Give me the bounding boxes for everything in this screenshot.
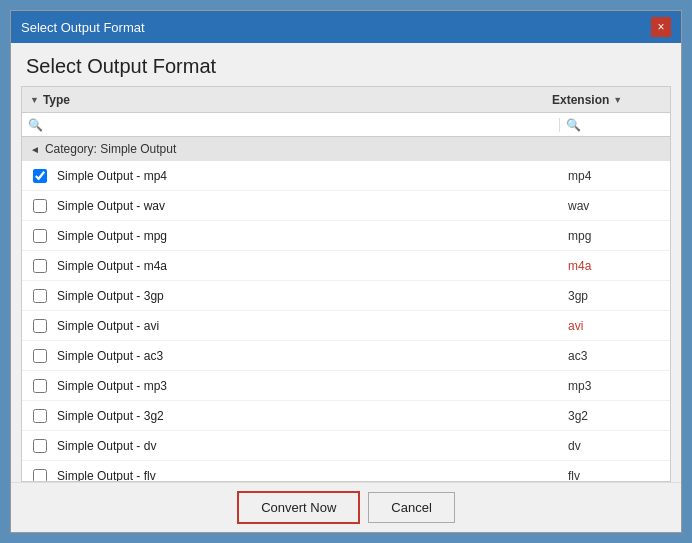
row-checkbox[interactable] [33, 259, 47, 273]
search-row: 🔍 🔍 [22, 113, 670, 137]
row-check-cell [22, 259, 57, 273]
title-bar: Select Output Format × [11, 11, 681, 43]
category-collapse-icon[interactable]: ◄ [30, 144, 40, 155]
row-checkbox[interactable] [33, 319, 47, 333]
row-ext-label: flv [560, 469, 670, 482]
row-check-cell [22, 319, 57, 333]
row-type-label: Simple Output - flv [57, 469, 560, 482]
row-ext-label: m4a [560, 259, 670, 273]
table-row: Simple Output - flvflv [22, 461, 670, 481]
row-checkbox[interactable] [33, 349, 47, 363]
format-table: ▼ Type Extension ▼ 🔍 🔍 ◄ [21, 86, 671, 482]
row-check-cell [22, 469, 57, 482]
search-ext-input[interactable] [581, 118, 671, 132]
table-row: Simple Output - ac3ac3 [22, 341, 670, 371]
table-row: Simple Output - wavwav [22, 191, 670, 221]
dialog-heading: Select Output Format [11, 43, 681, 86]
row-check-cell [22, 379, 57, 393]
close-button[interactable]: × [651, 17, 671, 37]
row-ext-label: mpg [560, 229, 670, 243]
table-row: Simple Output - m4am4a [22, 251, 670, 281]
search-type-cell: 🔍 [22, 118, 560, 132]
row-type-label: Simple Output - mp3 [57, 379, 560, 393]
row-check-cell [22, 169, 57, 183]
row-type-label: Simple Output - mpg [57, 229, 560, 243]
search-ext-icon: 🔍 [566, 118, 581, 132]
table-row: Simple Output - 3g23g2 [22, 401, 670, 431]
row-check-cell [22, 439, 57, 453]
search-ext-cell: 🔍 [560, 118, 670, 132]
sort-arrow-type: ▼ [30, 95, 39, 105]
col-ext-header: Extension ▼ [544, 93, 654, 107]
row-checkbox[interactable] [33, 289, 47, 303]
table-row: Simple Output - aviavi [22, 311, 670, 341]
row-type-label: Simple Output - avi [57, 319, 560, 333]
row-ext-label: ac3 [560, 349, 670, 363]
row-type-label: Simple Output - mp4 [57, 169, 560, 183]
col-type-header: ▼ Type [22, 93, 544, 107]
search-type-input[interactable] [43, 118, 553, 132]
cancel-button[interactable]: Cancel [368, 492, 454, 523]
table-row: Simple Output - mp3mp3 [22, 371, 670, 401]
category-label: Category: Simple Output [45, 142, 176, 156]
dialog: Select Output Format × Select Output For… [10, 10, 682, 533]
row-ext-label: 3gp [560, 289, 670, 303]
table-row: Simple Output - mpgmpg [22, 221, 670, 251]
row-checkbox[interactable] [33, 409, 47, 423]
row-checkbox[interactable] [33, 439, 47, 453]
row-ext-label: mp4 [560, 169, 670, 183]
row-ext-label: 3g2 [560, 409, 670, 423]
row-check-cell [22, 409, 57, 423]
table-body: ◄ Category: Simple Output Simple Output … [22, 137, 670, 481]
row-ext-label: avi [560, 319, 670, 333]
row-check-cell [22, 199, 57, 213]
dialog-footer: Convert Now Cancel [11, 482, 681, 532]
table-row: Simple Output - mp4mp4 [22, 161, 670, 191]
row-checkbox[interactable] [33, 199, 47, 213]
search-type-icon: 🔍 [28, 118, 43, 132]
row-check-cell [22, 289, 57, 303]
category-row: ◄ Category: Simple Output [22, 137, 670, 161]
row-checkbox[interactable] [33, 169, 47, 183]
row-check-cell [22, 229, 57, 243]
row-type-label: Simple Output - dv [57, 439, 560, 453]
table-row: Simple Output - 3gp3gp [22, 281, 670, 311]
row-ext-label: wav [560, 199, 670, 213]
table-header-row: ▼ Type Extension ▼ [22, 87, 670, 113]
row-checkbox[interactable] [33, 229, 47, 243]
row-ext-label: mp3 [560, 379, 670, 393]
col-ext-label: Extension [552, 93, 609, 107]
col-type-label: Type [43, 93, 70, 107]
row-type-label: Simple Output - ac3 [57, 349, 560, 363]
table-row: Simple Output - dvdv [22, 431, 670, 461]
row-checkbox[interactable] [33, 469, 47, 482]
convert-now-button[interactable]: Convert Now [237, 491, 360, 524]
row-type-label: Simple Output - wav [57, 199, 560, 213]
row-checkbox[interactable] [33, 379, 47, 393]
row-type-label: Simple Output - m4a [57, 259, 560, 273]
title-bar-text: Select Output Format [21, 20, 145, 35]
row-check-cell [22, 349, 57, 363]
sort-arrow-ext: ▼ [613, 95, 622, 105]
row-ext-label: dv [560, 439, 670, 453]
row-type-label: Simple Output - 3gp [57, 289, 560, 303]
row-type-label: Simple Output - 3g2 [57, 409, 560, 423]
